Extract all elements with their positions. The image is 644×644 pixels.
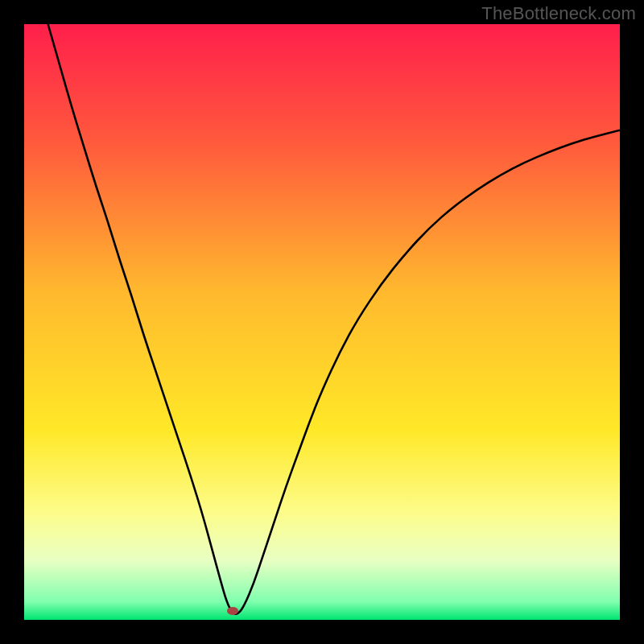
plot-area [24,24,620,620]
chart-svg [24,24,620,620]
gradient-background [24,24,620,620]
chart-frame: TheBottleneck.com [0,0,644,644]
minimum-marker [227,607,238,615]
watermark-text: TheBottleneck.com [481,3,636,24]
